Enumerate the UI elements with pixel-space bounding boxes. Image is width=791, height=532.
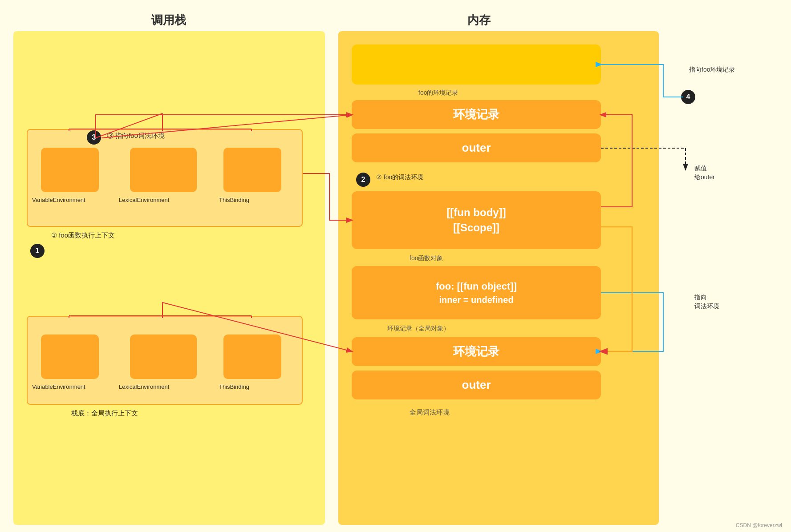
fun-body-text: [[fun body]] xyxy=(446,206,506,219)
this-binding-label: ThisBinding xyxy=(219,197,249,203)
ann-lex2-text: 词法环境 xyxy=(694,302,719,310)
var-env-box xyxy=(41,148,99,192)
inner-undef-text: inner = undefined xyxy=(439,295,513,305)
global-this-binding-label: ThisBinding xyxy=(219,383,249,390)
badge-3: 3 xyxy=(87,130,101,145)
callstack-title: 调用栈 xyxy=(151,12,186,28)
fun-body-scope-block: [[fun body]] [[Scope]] xyxy=(352,191,601,249)
badge-4: 4 xyxy=(681,90,695,104)
global-var-env-label: VariableEnvironment xyxy=(32,383,85,390)
foo-env-record-label: foo的环境记录 xyxy=(418,89,458,97)
ann4-text: 指向foo环境记录 xyxy=(689,66,735,74)
memory-title: 内存 xyxy=(467,12,491,28)
foo-obj-text: foo: [[fun object]] xyxy=(436,281,517,292)
foo-exec-ctx: VariableEnvironment LexicalEnvironment T… xyxy=(27,129,303,227)
lex-env-label: LexicalEnvironment xyxy=(119,197,169,203)
foo-outer-block: outer xyxy=(352,133,601,162)
foo-env-record-block: 环境记录 xyxy=(352,100,601,129)
credit-text: CSDN @foreverzwl xyxy=(736,522,782,528)
global-env-record-label: 环境记录（全局对象） xyxy=(387,325,450,333)
foo-ctx-label: ① foo函数执行上下文 xyxy=(51,231,115,240)
global-ctx-label: 栈底：全局执行上下文 xyxy=(71,409,138,418)
ann-assign-text: 赋值 xyxy=(694,165,707,173)
badge-1: 1 xyxy=(30,244,45,258)
badge-2: 2 xyxy=(356,173,370,187)
global-env-record-block: 环境记录 xyxy=(352,337,601,366)
ann-lex-text: 指向 xyxy=(694,294,707,302)
global-lex-env-label: LexicalEnvironment xyxy=(119,383,169,390)
var-env-label: VariableEnvironment xyxy=(32,197,85,203)
global-lex-label: 全局词法环境 xyxy=(410,408,450,417)
global-this-binding-box xyxy=(223,335,281,379)
foo-obj-block: foo: [[fun object]] inner = undefined xyxy=(352,266,601,319)
lex-env-box xyxy=(130,148,197,192)
ann-assign2-text: 给outer xyxy=(694,173,715,181)
foo-func-obj-label: foo函数对象 xyxy=(410,254,443,262)
foo-lex-label: ② foo的词法环境 xyxy=(376,173,423,181)
ann3-text: ③ 指向foo词法环境 xyxy=(107,132,165,140)
foo-env-top-block xyxy=(352,44,601,85)
global-var-env-box xyxy=(41,335,99,379)
global-exec-ctx: VariableEnvironment LexicalEnvironment T… xyxy=(27,316,303,405)
global-lex-env-box xyxy=(130,335,197,379)
scope-text: [[Scope]] xyxy=(453,222,499,234)
callstack-area xyxy=(13,31,325,525)
global-outer-block: outer xyxy=(352,371,601,399)
this-binding-box xyxy=(223,148,281,192)
